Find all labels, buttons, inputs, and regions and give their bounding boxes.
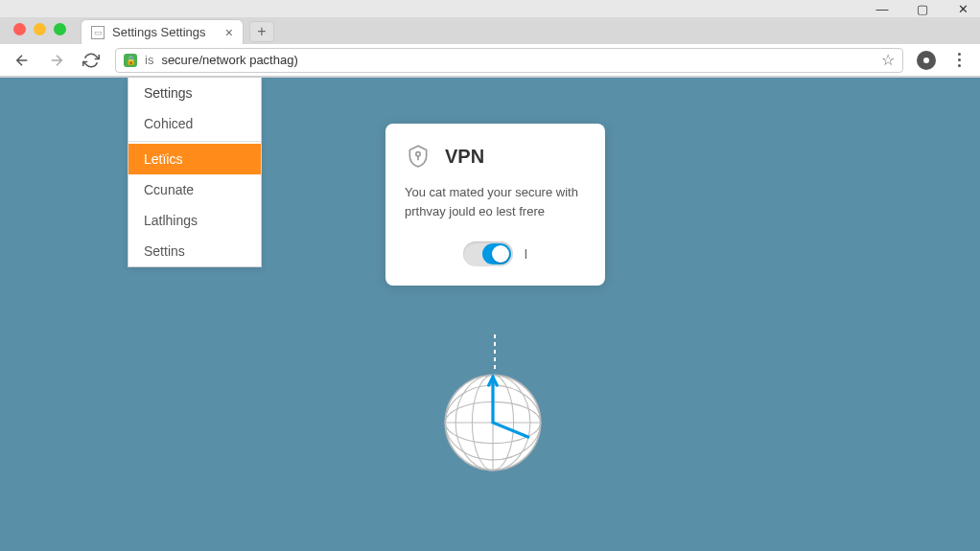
tab-page-icon: ▭ xyxy=(91,26,105,39)
vpn-title: VPN xyxy=(445,146,484,168)
vpn-toggle-label: I xyxy=(525,246,528,262)
vpn-toggle[interactable] xyxy=(463,241,513,266)
menu-item-latlhings[interactable]: Latlhings xyxy=(128,205,261,236)
titlebar: — ▢ ✕ xyxy=(0,0,980,17)
menu-item-letics[interactable]: Letïics xyxy=(128,144,261,174)
menu-item-ccunate[interactable]: Ccunate xyxy=(128,174,261,205)
tab-title: Settings Settings xyxy=(112,25,206,39)
traffic-light-minimize[interactable] xyxy=(34,23,46,35)
menu-item-cohiced[interactable]: Cohiced xyxy=(128,108,261,139)
toolbar: 🔒 is secure/network pacthag) ☆ xyxy=(0,44,980,77)
reload-button[interactable] xyxy=(81,50,102,71)
forward-button[interactable] xyxy=(46,50,67,71)
vpn-shield-icon xyxy=(405,143,432,170)
vpn-card: VPN You cat mated your secure with prthv… xyxy=(385,124,605,286)
connection-line xyxy=(494,334,496,371)
menu-divider xyxy=(128,141,261,142)
traffic-light-close[interactable] xyxy=(13,23,26,35)
menu-item-settings[interactable]: Settings xyxy=(128,78,261,108)
vpn-description: You cat mated your secure with prthvay j… xyxy=(405,183,586,220)
back-button[interactable] xyxy=(12,50,33,71)
tab-close-button[interactable]: × xyxy=(225,25,233,40)
tab-settings[interactable]: ▭ Settings Settings × xyxy=(81,19,244,44)
traffic-lights xyxy=(13,23,66,35)
browser-menu-button[interactable] xyxy=(949,53,968,67)
new-tab-button[interactable]: + xyxy=(249,21,274,42)
bookmark-star-icon[interactable]: ☆ xyxy=(881,51,895,69)
vpn-toggle-row: I xyxy=(405,241,586,266)
address-url: secure/network pacthag) xyxy=(161,53,297,67)
settings-sidebar-menu: Settings Cohiced Letïics Ccunate Latlhin… xyxy=(128,78,262,267)
globe-icon xyxy=(441,371,545,474)
svg-point-1 xyxy=(416,152,420,156)
svg-point-0 xyxy=(923,57,929,63)
extension-icon[interactable] xyxy=(917,51,936,70)
menu-item-settins[interactable]: Settins xyxy=(128,236,261,266)
address-secure-prefix: is xyxy=(145,53,153,67)
secure-lock-icon: 🔒 xyxy=(124,54,137,67)
address-bar[interactable]: 🔒 is secure/network pacthag) ☆ xyxy=(115,48,903,73)
content-area: Settings Cohiced Letïics Ccunate Latlhin… xyxy=(0,78,980,551)
vpn-header: VPN xyxy=(405,143,586,170)
window-close-button[interactable]: ✕ xyxy=(951,0,974,17)
window-maximize-button[interactable]: ▢ xyxy=(911,0,934,17)
window-minimize-button[interactable]: — xyxy=(871,0,894,17)
browser-chrome: — ▢ ✕ ▭ Settings Settings × + 🔒 is s xyxy=(0,0,980,78)
traffic-light-maximize[interactable] xyxy=(54,23,66,35)
tabbar: ▭ Settings Settings × + xyxy=(0,17,980,44)
